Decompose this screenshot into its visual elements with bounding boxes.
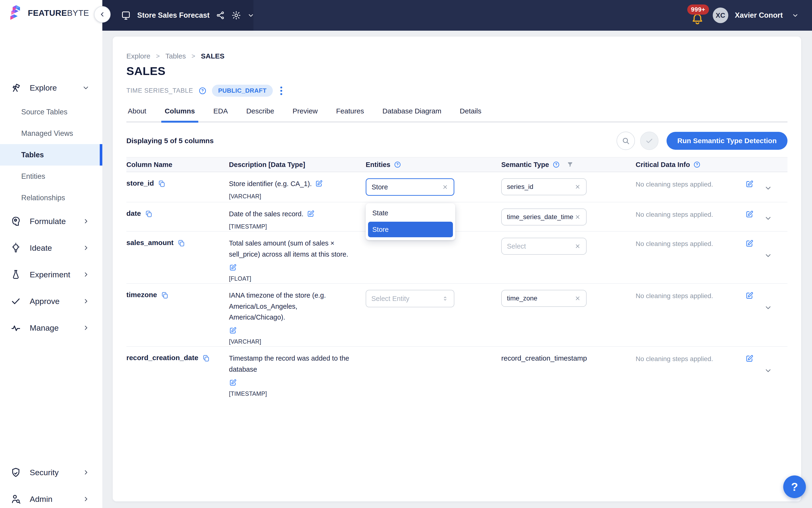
sidebar-item-entities[interactable]: Entities: [0, 166, 102, 187]
edit-description-icon[interactable]: [229, 379, 349, 386]
semantic-type-input-store-id[interactable]: series_id: [501, 178, 587, 195]
status-badge: PUBLIC_DRAFT: [212, 85, 273, 97]
semantic-type-help-icon[interactable]: [552, 161, 560, 168]
copy-icon[interactable]: [145, 210, 153, 218]
column-data-type: [TIMESTAMP]: [229, 389, 349, 398]
entities-help-icon[interactable]: [394, 161, 401, 168]
sidebar-item-source-tables[interactable]: Source Tables: [0, 101, 102, 123]
expand-row-icon[interactable]: [764, 251, 772, 259]
expand-row-icon[interactable]: [764, 184, 772, 192]
critical-data-help-icon[interactable]: [693, 161, 701, 168]
more-options-icon[interactable]: [278, 86, 284, 96]
sidebar-section-label: Ideate: [30, 243, 52, 253]
gear-icon[interactable]: [231, 10, 241, 20]
select-updown-icon: [442, 295, 449, 302]
ideate-chevron-right-icon: [83, 244, 90, 251]
tab-details[interactable]: Details: [458, 107, 483, 121]
edit-description-icon[interactable]: [307, 210, 315, 218]
edit-row-icon[interactable]: [745, 239, 754, 248]
tab-describe[interactable]: Describe: [245, 107, 275, 121]
filter-icon[interactable]: [567, 161, 574, 168]
tab-bar: About Columns EDA Describe Preview Featu…: [126, 107, 787, 123]
sidebar-section-ideate[interactable]: Ideate: [0, 237, 102, 259]
edit-row-icon[interactable]: [745, 210, 754, 218]
entity-dropdown: State Store: [366, 203, 455, 240]
column-description: IANA timezone of the store (e.g. America…: [229, 292, 326, 321]
lightbulb-icon: [10, 243, 21, 253]
copy-icon[interactable]: [177, 239, 185, 247]
clear-semantic-icon[interactable]: [574, 243, 581, 250]
run-semantic-type-detection-button[interactable]: Run Semantic Type Detection: [667, 132, 787, 150]
copy-icon[interactable]: [161, 291, 169, 299]
semantic-type-input-date[interactable]: time_series_date_time: [501, 209, 587, 225]
column-description: Date of the sales record.: [229, 210, 304, 218]
edit-description-icon[interactable]: [229, 263, 349, 271]
tab-database-diagram[interactable]: Database Diagram: [381, 107, 443, 121]
breadcrumb-sales: SALES: [201, 52, 224, 60]
sidebar-section-admin[interactable]: Admin: [0, 488, 102, 508]
project-chevron-down-icon[interactable]: [247, 12, 255, 19]
sidebar-item-tables[interactable]: Tables: [0, 144, 102, 166]
entity-option-state[interactable]: State: [366, 206, 455, 220]
sidebar-section-manage[interactable]: Manage: [0, 316, 102, 339]
collapse-sidebar-button[interactable]: [94, 6, 110, 23]
tab-columns[interactable]: Columns: [163, 107, 196, 121]
formulate-chevron-right-icon: [83, 218, 90, 225]
entity-option-store[interactable]: Store: [368, 222, 453, 237]
page-title: SALES: [126, 65, 787, 78]
semantic-type-input-timezone[interactable]: time_zone: [501, 290, 587, 307]
sidebar-section-label: Experiment: [30, 270, 70, 279]
user-search-icon: [10, 494, 21, 504]
avatar[interactable]: XC: [713, 7, 728, 23]
copy-icon[interactable]: [158, 180, 166, 188]
sidebar-section-explore[interactable]: Explore: [0, 76, 102, 99]
help-button[interactable]: ?: [783, 475, 806, 498]
breadcrumb-separator: >: [156, 53, 160, 60]
clear-semantic-icon[interactable]: [574, 295, 581, 302]
sidebar-section-security[interactable]: Security: [0, 461, 102, 484]
tab-preview[interactable]: Preview: [291, 107, 319, 121]
sidebar-item-relationships[interactable]: Relationships: [0, 187, 102, 209]
clear-semantic-icon[interactable]: [574, 183, 581, 190]
shield-check-icon: [10, 467, 21, 478]
share-icon[interactable]: [216, 11, 225, 20]
edit-description-icon[interactable]: [315, 179, 323, 187]
entity-input-store-id[interactable]: Store: [366, 178, 454, 196]
clear-semantic-icon[interactable]: [574, 214, 581, 220]
copy-icon[interactable]: [202, 354, 210, 362]
featurebyte-logo-icon: [10, 5, 25, 21]
edit-row-icon[interactable]: [745, 354, 754, 363]
sidebar-section-approve[interactable]: Approve: [0, 290, 102, 312]
logo-text: FEATUREBYTE: [28, 8, 89, 18]
table-row-sales-amount: sales_amount Total sales amount (sum of …: [126, 231, 787, 284]
sidebar-section-formulate[interactable]: Formulate: [0, 210, 102, 232]
sidebar-item-managed-views[interactable]: Managed Views: [0, 123, 102, 144]
clear-entity-icon[interactable]: [442, 184, 448, 190]
expand-row-icon[interactable]: [764, 303, 772, 311]
notifications-button[interactable]: 999+: [689, 4, 707, 26]
breadcrumb-tables[interactable]: Tables: [166, 52, 186, 60]
table-row-date: date Date of the sales record. [TIMESTAM…: [126, 202, 787, 231]
breadcrumb: Explore > Tables > SALES: [126, 52, 787, 60]
tab-about[interactable]: About: [126, 107, 148, 121]
edit-row-icon[interactable]: [745, 180, 754, 188]
featurebyte-logo[interactable]: FEATUREBYTE: [10, 5, 102, 21]
edit-description-icon[interactable]: [229, 326, 349, 334]
entity-select-timezone[interactable]: Select Entity: [366, 290, 454, 307]
user-chevron-down-icon[interactable]: [792, 12, 799, 19]
edit-row-icon[interactable]: [745, 291, 754, 300]
column-name: sales_amount: [126, 239, 174, 247]
column-description: Store identifier (e.g. CA_1).: [229, 180, 312, 187]
confirm-button[interactable]: [640, 132, 659, 150]
sidebar-section-experiment[interactable]: Experiment: [0, 263, 102, 286]
semantic-type-input-sales-amount[interactable]: Select: [501, 238, 587, 255]
sidebar-section-label: Explore: [30, 83, 57, 92]
expand-row-icon[interactable]: [764, 367, 772, 375]
search-button[interactable]: [617, 132, 635, 150]
column-name: store_id: [126, 179, 154, 187]
table-type-help-icon[interactable]: [198, 87, 207, 95]
tab-features[interactable]: Features: [335, 107, 365, 121]
breadcrumb-explore[interactable]: Explore: [126, 52, 150, 60]
tab-eda[interactable]: EDA: [212, 107, 229, 121]
expand-row-icon[interactable]: [764, 214, 772, 222]
